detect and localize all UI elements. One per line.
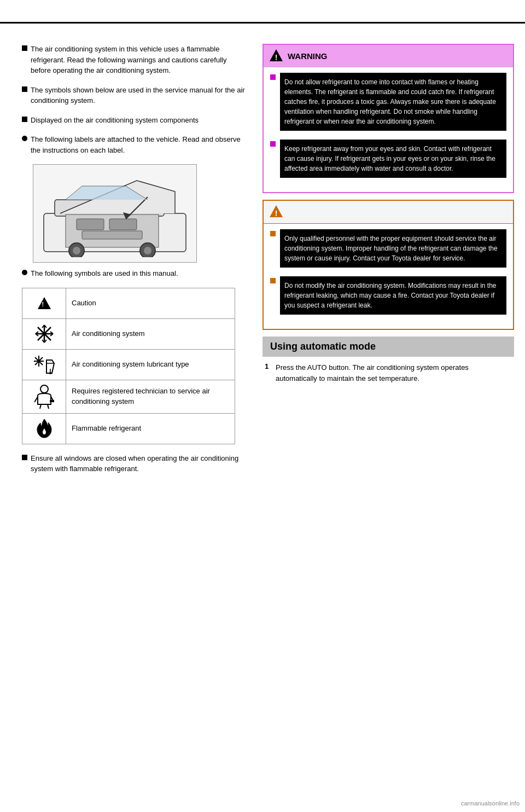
warning-bullet-2 <box>270 141 276 147</box>
section-2-text: The symbols shown below are used in the … <box>31 85 246 106</box>
symbol-row-ac-lub: Air conditioning system lubricant type <box>22 350 235 380</box>
caution-item-2: Do not modify the air conditioning syste… <box>270 276 506 318</box>
section-labels: The following labels are attached to the… <box>22 134 246 155</box>
bullet-2 <box>22 86 27 92</box>
tech-label: Requires registered technician to servic… <box>66 382 235 410</box>
warning-content: Do not allow refrigerant to come into co… <box>264 67 513 192</box>
auto-mode-header: Using automatic mode <box>262 337 514 357</box>
caution-symbol-cell <box>22 288 66 318</box>
svg-rect-5 <box>82 231 142 239</box>
flame-label: Flammable refrigerant <box>66 419 235 438</box>
svg-text:!: ! <box>275 209 278 218</box>
warning-bullet-1 <box>270 74 276 80</box>
flame-symbol-cell <box>22 414 66 444</box>
caution-box: ! Only qualified personnel with the prop… <box>262 200 514 330</box>
section-3-text: Displayed on the air conditioning system… <box>31 115 246 126</box>
section-components: Displayed on the air conditioning system… <box>22 115 246 126</box>
caution-triangle-icon <box>38 297 51 309</box>
warning-triangle-icon: ! <box>269 48 283 64</box>
ac-label: Air conditioning system <box>66 324 235 343</box>
svg-point-10 <box>73 247 80 254</box>
caution-content: Only qualified personnel with the proper… <box>264 224 513 329</box>
svg-rect-4 <box>109 219 137 230</box>
section-bottom-text: Ensure all windows are closed when opera… <box>31 453 246 474</box>
caution-label: Caution <box>66 294 235 312</box>
left-column: The air conditioning system in this vehi… <box>0 11 257 812</box>
svg-text:!: ! <box>275 53 278 62</box>
caution-item-1: Only qualified personnel with the proper… <box>270 229 506 271</box>
svg-line-34 <box>48 404 49 409</box>
svg-line-33 <box>40 404 41 409</box>
caution-triangle-icon: ! <box>269 204 283 220</box>
section-symbols-intro: The symbols shown below are used in the … <box>22 85 246 106</box>
technician-icon <box>34 385 54 409</box>
symbol-row-tech: Requires registered technician to servic… <box>22 380 235 414</box>
auto-mode-content: 1 Press the AUTO button. The air conditi… <box>262 362 514 384</box>
warning-text-2: Keep refrigerant away from your eyes and… <box>280 140 506 178</box>
auto-mode-number-1: 1 <box>265 362 272 370</box>
section-4-text: The following labels are attached to the… <box>31 134 246 155</box>
section-manual-symbols: The following symbols are used in this m… <box>22 268 246 279</box>
ac-lubricant-icon <box>32 355 56 374</box>
bullet-1 <box>22 45 27 51</box>
auto-mode-item-1: 1 Press the AUTO button. The air conditi… <box>265 362 512 384</box>
symbol-row-flame: Flammable refrigerant <box>22 414 235 444</box>
watermark: carmanualsonline.info <box>461 800 520 807</box>
symbol-row-ac: Air conditioning system <box>22 319 235 350</box>
warning-header: ! WARNING <box>264 45 513 67</box>
caution-text-1: Only qualified personnel with the proper… <box>280 229 506 268</box>
svg-point-29 <box>49 372 51 374</box>
svg-rect-35 <box>50 400 54 402</box>
section-1-text: The air conditioning system in this vehi… <box>31 44 246 76</box>
bullet-circle-2 <box>22 270 27 275</box>
section-bottom: Ensure all windows are closed when opera… <box>22 453 246 474</box>
symbol-table: Caution <box>22 288 235 444</box>
flame-icon <box>37 419 52 438</box>
tech-symbol-cell <box>22 380 66 413</box>
section-intro: The air conditioning system in this vehi… <box>22 44 246 76</box>
ac-lub-label: Air conditioning system lubricant type <box>66 355 235 374</box>
bullet-3 <box>22 117 27 122</box>
svg-point-11 <box>144 247 151 254</box>
section-5-text: The following symbols are used in this m… <box>31 268 246 279</box>
right-column: ! WARNING Do not allow refrigerant to co… <box>257 11 525 812</box>
warning-item-1: Do not allow refrigerant to come into co… <box>270 73 506 134</box>
auto-mode-text-1: Press the AUTO button. The air condition… <box>276 362 512 384</box>
caution-bullet-1 <box>270 231 276 236</box>
snowflake-icon <box>34 324 54 344</box>
warning-text-1: Do not allow refrigerant to come into co… <box>280 73 506 131</box>
svg-point-30 <box>40 385 48 393</box>
warning-title: WARNING <box>288 51 328 61</box>
symbol-row-caution: Caution <box>22 288 235 319</box>
warning-item-2: Keep refrigerant away from your eyes and… <box>270 140 506 181</box>
warning-box: ! WARNING Do not allow refrigerant to co… <box>262 44 514 193</box>
ac-symbol-cell <box>22 319 66 349</box>
caution-header: ! <box>264 201 513 224</box>
caution-text-2: Do not modify the air conditioning syste… <box>280 276 506 315</box>
ac-lub-symbol-cell <box>22 350 66 380</box>
bullet-bottom <box>22 455 27 460</box>
caution-bullet-2 <box>270 278 276 283</box>
bullet-circle-1 <box>22 136 27 141</box>
car-image <box>33 164 197 263</box>
svg-rect-3 <box>77 219 104 230</box>
